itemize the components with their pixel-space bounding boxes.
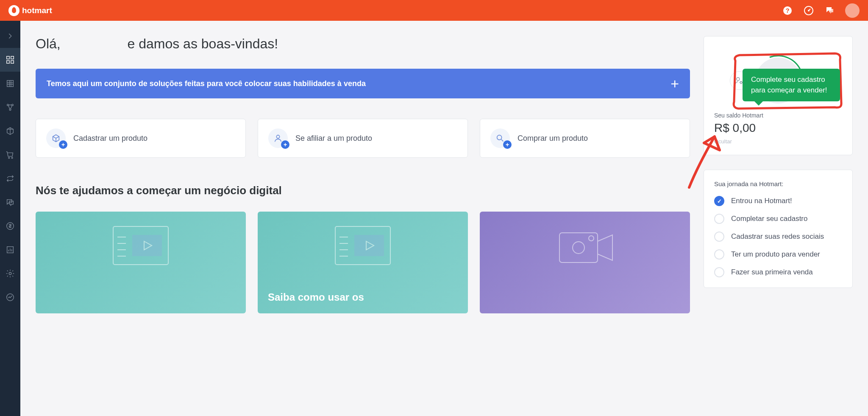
user-avatar[interactable]: [845, 3, 860, 18]
action-label: Se afiliar a um produto: [295, 134, 372, 143]
journey-step[interactable]: Entrou na Hotmart!: [714, 196, 842, 206]
onboarding-tooltip[interactable]: Complete seu cadastro para começar a ven…: [743, 69, 840, 101]
sidebar-grid[interactable]: [0, 72, 20, 95]
check-icon: [714, 196, 724, 206]
chat-icon[interactable]: [824, 5, 836, 17]
journey-step[interactable]: Completar seu cadastro: [714, 214, 842, 224]
greeting-post: e damos as boas-vindas!: [127, 36, 278, 51]
sidebar-finance[interactable]: [0, 214, 20, 238]
learn-card-1[interactable]: [36, 212, 246, 313]
svg-rect-21: [132, 235, 162, 256]
sidebar-cart[interactable]: [0, 143, 20, 167]
video-list-icon: [333, 224, 392, 273]
cube-icon: +: [46, 128, 66, 148]
brand-logo[interactable]: hotmart: [8, 5, 52, 16]
step-dot-icon: [714, 214, 724, 224]
step-dot-icon: [714, 249, 724, 260]
sidebar-nav: [0, 21, 20, 313]
journey-card: Sua jornada na Hotmart: Entrou na Hotmar…: [704, 170, 853, 288]
sidebar-analytics[interactable]: [0, 238, 20, 262]
learn-card-title: Saiba como usar os: [268, 291, 458, 303]
balance-value: R$ 0,00: [714, 121, 842, 135]
main-content: Olá, e damos as boas-vindas! Temos aqui …: [20, 21, 868, 313]
sidebar-messages[interactable]: [0, 190, 20, 214]
help-icon[interactable]: ?: [782, 5, 793, 17]
balance-hide-link[interactable]: Ocultar: [714, 138, 842, 145]
solutions-banner[interactable]: Temos aqui um conjunto de soluções feita…: [36, 69, 690, 98]
step-dot-icon: [714, 232, 724, 242]
svg-point-16: [9, 272, 11, 275]
sidebar-settings[interactable]: [0, 262, 20, 285]
svg-rect-23: [354, 235, 384, 256]
svg-point-25: [589, 236, 594, 241]
search-icon: +: [490, 128, 510, 148]
svg-point-3: [808, 10, 810, 11]
journey-title: Sua jornada na Hotmart:: [714, 180, 842, 187]
header-actions: ?: [782, 3, 860, 18]
journey-step[interactable]: Cadastrar suas redes sociais: [714, 232, 842, 242]
svg-rect-8: [7, 81, 14, 87]
banner-text: Temos aqui um conjunto de soluções feita…: [47, 79, 366, 88]
flame-icon: [8, 5, 19, 16]
sidebar-products[interactable]: [0, 119, 20, 143]
learn-card-2[interactable]: Saiba como usar os: [258, 212, 468, 313]
svg-point-13: [11, 157, 13, 159]
left-column: Olá, e damos as boas-vindas! Temos aqui …: [36, 36, 690, 313]
greeting-title: Olá, e damos as boas-vindas!: [36, 36, 690, 52]
journey-step-label: Fazer sua primeira venda: [731, 268, 813, 276]
svg-point-27: [737, 78, 740, 81]
svg-point-12: [8, 157, 10, 159]
top-header: hotmart ?: [0, 0, 868, 21]
sidebar-dashboard[interactable]: [0, 48, 20, 72]
action-label: Cadastrar um produto: [73, 134, 147, 143]
sidebar-expand[interactable]: [0, 24, 20, 48]
sidebar-loop[interactable]: [0, 167, 20, 190]
plus-icon: +: [670, 76, 679, 91]
quick-actions: + Cadastrar um produto + Se afiliar a um…: [36, 119, 690, 158]
journey-step-label: Completar seu cadastro: [731, 215, 807, 223]
buy-product-card[interactable]: + Comprar um produto: [480, 119, 690, 158]
gauge-icon[interactable]: [803, 5, 815, 17]
journey-step-label: Entrou na Hotmart!: [731, 197, 792, 205]
balance-label: Seu saldo Hotmart: [714, 112, 842, 119]
svg-point-28: [740, 81, 742, 84]
svg-rect-7: [11, 61, 14, 63]
action-label: Comprar um produto: [517, 134, 588, 143]
journey-step[interactable]: Ter um produto para vender: [714, 249, 842, 260]
learn-cards-row: Saiba como usar os: [36, 212, 690, 313]
greeting-pre: Olá,: [36, 36, 61, 51]
svg-rect-24: [559, 233, 598, 262]
video-list-icon: [111, 224, 170, 273]
sidebar-trends[interactable]: [0, 285, 20, 309]
journey-step-label: Ter um produto para vender: [731, 250, 820, 259]
brand-name: hotmart: [22, 6, 52, 15]
svg-point-11: [9, 109, 11, 111]
affiliate-product-card[interactable]: + Se afiliar a um produto: [258, 119, 468, 158]
svg-text:?: ?: [785, 7, 789, 14]
svg-rect-6: [7, 61, 9, 63]
svg-rect-4: [7, 56, 9, 59]
learn-card-3[interactable]: [480, 212, 690, 313]
svg-point-19: [497, 135, 502, 140]
person-icon: +: [268, 128, 288, 148]
step-dot-icon: [714, 267, 724, 277]
svg-point-18: [276, 135, 279, 138]
journey-step-label: Cadastrar suas redes sociais: [731, 232, 824, 241]
journey-step[interactable]: Fazer sua primeira venda: [714, 267, 842, 277]
svg-rect-5: [11, 56, 14, 59]
sidebar-network[interactable]: [0, 95, 20, 119]
camera-icon: [551, 224, 619, 273]
register-product-card[interactable]: + Cadastrar um produto: [36, 119, 246, 158]
help-section-title: Nós te ajudamos a começar um negócio dig…: [36, 184, 690, 197]
svg-point-26: [573, 242, 584, 254]
